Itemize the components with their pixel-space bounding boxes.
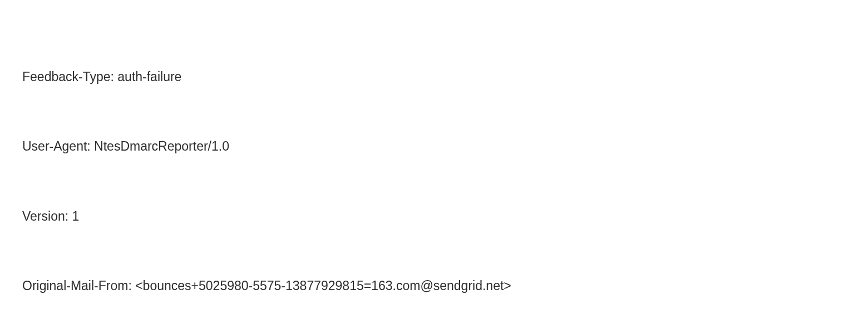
report-line-feedback-type: Feedback-Type: auth-failure xyxy=(22,66,846,89)
report-line-user-agent: User-Agent: NtesDmarcReporter/1.0 xyxy=(22,135,846,158)
dmarc-report: Feedback-Type: auth-failure User-Agent: … xyxy=(22,19,846,329)
report-line-original-mail-from: Original-Mail-From: <bounces+5025980-557… xyxy=(22,275,846,298)
report-line-version: Version: 1 xyxy=(22,205,846,228)
